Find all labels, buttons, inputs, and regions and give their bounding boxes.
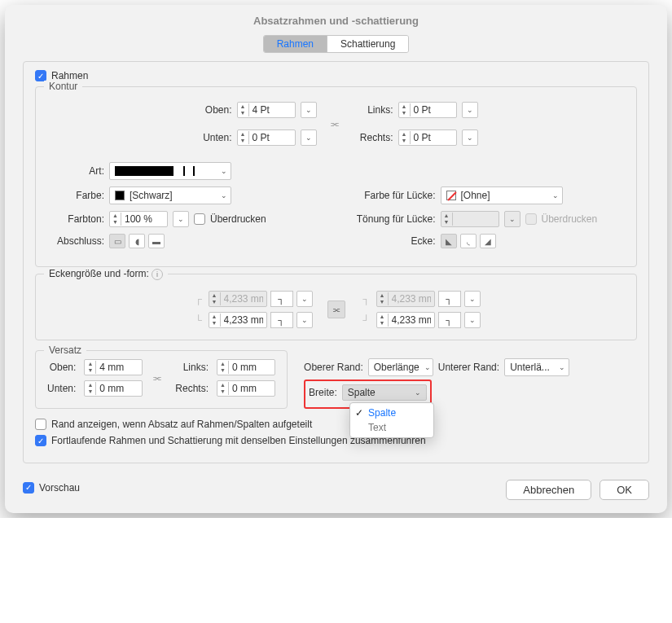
links-label: Links:: [353, 104, 393, 116]
tab-rahmen[interactable]: Rahmen: [264, 36, 327, 52]
v-unten-input[interactable]: [96, 381, 142, 396]
ecken-legend: Eckengröße und -form: i: [44, 268, 168, 280]
corner-tl-shape[interactable]: ┐: [270, 291, 293, 307]
fortlaufend-checkbox[interactable]: ✓: [35, 435, 46, 446]
farbton-dropdown[interactable]: ⌄: [173, 211, 189, 227]
v-links-stepper[interactable]: ▲▼: [217, 359, 275, 375]
join-bevel-button[interactable]: ◢: [480, 234, 496, 248]
v-rechts-label: Rechts:: [175, 383, 209, 394]
rahmen-checkbox-label: Rahmen: [51, 70, 88, 81]
corner-tr-shape[interactable]: ┐: [438, 291, 461, 307]
cap-projecting-button[interactable]: ▬: [148, 234, 165, 248]
ecken-legend-text: Eckengröße und -form:: [49, 268, 149, 279]
unten-stepper[interactable]: ▲▼: [237, 129, 296, 146]
corner-bl-dd[interactable]: ⌄: [296, 312, 313, 328]
art-label: Art:: [47, 165, 104, 177]
links-input[interactable]: [411, 103, 456, 117]
abschluss-label: Abschluss:: [47, 235, 104, 247]
v-rechts-stepper[interactable]: ▲▼: [217, 380, 275, 397]
v-links-label: Links:: [175, 362, 209, 373]
stroke-preview-icon: [115, 166, 213, 176]
links-dropdown[interactable]: ⌄: [462, 102, 478, 118]
luecke-ton-dropdown: ⌄: [504, 211, 520, 227]
unterer-rand-label: Unterer Rand:: [438, 362, 499, 373]
rechts-dropdown[interactable]: ⌄: [462, 129, 478, 146]
breite-option-text[interactable]: Text: [350, 420, 433, 435]
swatch-black-icon: [115, 191, 125, 200]
corner-br-input[interactable]: [389, 313, 434, 327]
corner-br-icon: ┘: [360, 314, 373, 327]
dialog-title: Absatzrahmen und -schattierung: [5, 5, 667, 35]
oberer-rand-value: Oberlänge: [374, 362, 419, 373]
breite-label: Breite:: [309, 387, 337, 398]
ueberdrucken2-checkbox: [525, 213, 537, 225]
info-icon[interactable]: i: [152, 269, 163, 280]
links-stepper[interactable]: ▲▼: [398, 102, 457, 118]
luecke-ton-label: Tönung für Lücke:: [346, 213, 436, 225]
breite-dropdown-open: Spalte Text: [349, 402, 434, 438]
kontur-legend: Kontur: [44, 81, 82, 92]
corner-br-dd[interactable]: ⌄: [464, 312, 481, 328]
v-oben-input[interactable]: [96, 360, 142, 375]
farbton-label: Farbton:: [47, 213, 104, 225]
link-icon-offset[interactable]: ⫘: [151, 371, 164, 384]
unterer-rand-value: Unterlä...: [510, 362, 550, 373]
corner-bl-stepper[interactable]: ▲▼: [209, 312, 267, 328]
link-icon-stroke[interactable]: ⫘: [328, 117, 341, 130]
unterer-rand-select[interactable]: Unterlä...⌄: [504, 358, 569, 376]
corner-br-shape[interactable]: ┐: [438, 312, 461, 328]
versatz-fieldset: Versatz Oben: ▲▼ ⫘ Links: ▲▼ Unten: ▲▼ R…: [35, 350, 288, 409]
luecke-ton-input: [453, 212, 499, 226]
rechts-stepper[interactable]: ▲▼: [398, 129, 457, 146]
corner-bl-shape[interactable]: ┐: [270, 312, 293, 328]
join-miter-button[interactable]: ◣: [441, 234, 457, 248]
corner-tr-icon: ┐: [360, 292, 373, 305]
v-oben-stepper[interactable]: ▲▼: [84, 359, 143, 375]
unten-dropdown[interactable]: ⌄: [301, 129, 317, 146]
oben-input[interactable]: [249, 103, 295, 117]
ueberdrucken-label: Überdrucken: [210, 213, 266, 225]
join-round-button[interactable]: ◟: [460, 234, 477, 248]
v-oben-label: Oben:: [47, 362, 76, 373]
oben-stepper[interactable]: ▲▼: [237, 102, 296, 118]
ueberdrucken2-label: Überdrucken: [542, 213, 598, 225]
vorschau-checkbox[interactable]: ✓: [23, 482, 34, 494]
corner-tr-dd[interactable]: ⌄: [464, 291, 481, 307]
tab-schattierung[interactable]: Schattierung: [327, 36, 408, 52]
corner-br-stepper[interactable]: ▲▼: [376, 312, 435, 328]
farbton-input[interactable]: [121, 212, 167, 226]
rechts-input[interactable]: [411, 130, 456, 145]
oberer-rand-select[interactable]: Oberlänge⌄: [368, 358, 433, 376]
corner-tl-input: [221, 292, 266, 306]
link-corners-button[interactable]: ⫘: [327, 301, 345, 318]
breite-option-spalte[interactable]: Spalte: [350, 406, 433, 420]
corner-tr-input: [389, 292, 434, 306]
cancel-button[interactable]: Abbrechen: [506, 480, 591, 500]
oben-dropdown[interactable]: ⌄: [301, 102, 317, 118]
corner-tl-dd[interactable]: ⌄: [296, 291, 313, 307]
rahmen-checkbox[interactable]: ✓: [35, 70, 46, 81]
swatch-none-icon: [446, 191, 456, 200]
v-rechts-input[interactable]: [229, 381, 275, 396]
rand-anzeigen-checkbox[interactable]: [35, 419, 46, 430]
art-select[interactable]: ⌄: [109, 162, 231, 180]
v-unten-stepper[interactable]: ▲▼: [84, 380, 143, 397]
unten-input[interactable]: [249, 130, 295, 145]
v-links-input[interactable]: [229, 360, 275, 375]
farbe-select[interactable]: [Schwarz]⌄: [109, 186, 231, 204]
luecke-farbe-select[interactable]: [Ohne]⌄: [441, 186, 563, 204]
cap-butt-button[interactable]: ▭: [109, 234, 125, 248]
farbton-stepper[interactable]: ▲▼: [109, 211, 168, 227]
corner-bl-input[interactable]: [221, 313, 266, 327]
cap-round-button[interactable]: ◖: [129, 234, 145, 248]
ueberdrucken-checkbox[interactable]: [194, 213, 205, 225]
luecke-ton-stepper: ▲▼: [441, 211, 499, 227]
ok-button[interactable]: OK: [600, 480, 649, 500]
main-panel: ✓ Rahmen Kontur Oben: ▲▼ ⌄ Unten:: [23, 61, 649, 463]
corner-tr-stepper: ▲▼: [376, 291, 435, 307]
dialog-footer: ✓ Vorschau Abbrechen OK: [5, 463, 667, 500]
corner-bl-icon: └: [192, 314, 205, 327]
breite-select[interactable]: Spalte⌄: [342, 384, 427, 401]
versatz-legend: Versatz: [44, 344, 86, 356]
corner-tl-stepper: ▲▼: [209, 291, 267, 307]
